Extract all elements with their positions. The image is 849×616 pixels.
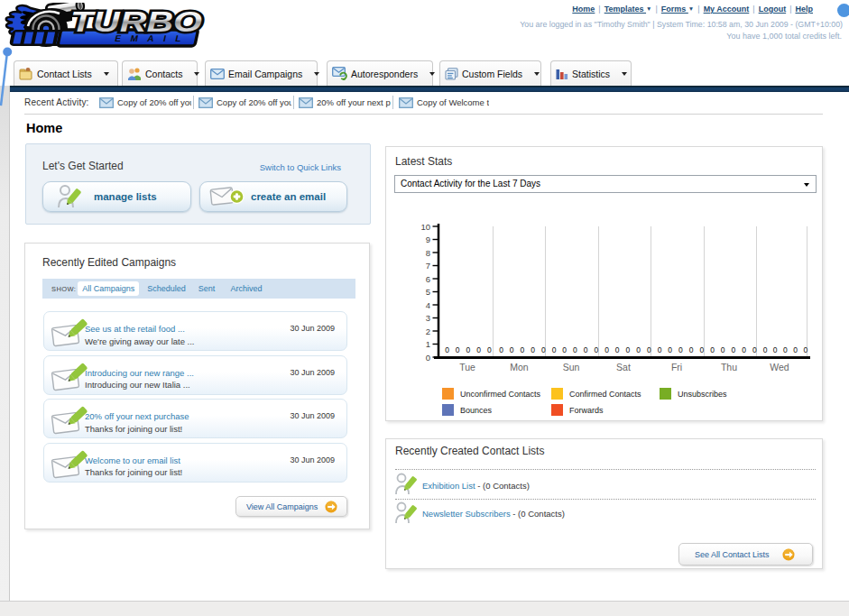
svg-text:Tue: Tue (459, 362, 475, 372)
svg-text:0: 0 (604, 345, 609, 354)
svg-text:0: 0 (721, 345, 725, 354)
svg-text:0: 0 (445, 345, 449, 354)
svg-text:0: 0 (456, 345, 460, 354)
svg-text:0: 0 (594, 345, 598, 354)
svg-text:0: 0 (678, 345, 683, 354)
svg-text:0: 0 (476, 345, 481, 354)
svg-text:0: 0 (426, 353, 430, 363)
svg-text:0: 0 (742, 345, 746, 354)
svg-text:0: 0 (541, 345, 546, 354)
svg-text:0: 0 (573, 345, 577, 354)
svg-text:6: 6 (426, 274, 430, 284)
svg-text:0: 0 (636, 345, 641, 354)
svg-text:0: 0 (699, 345, 704, 354)
svg-text:0: 0 (521, 345, 525, 354)
svg-text:0: 0 (752, 345, 757, 354)
svg-text:10: 10 (420, 222, 430, 232)
svg-text:7: 7 (426, 261, 430, 271)
svg-text:0: 0 (487, 345, 492, 354)
svg-text:0: 0 (763, 345, 768, 354)
svg-text:0: 0 (510, 345, 514, 354)
svg-text:0: 0 (466, 345, 471, 354)
svg-text:0: 0 (783, 345, 788, 354)
svg-text:0: 0 (668, 345, 672, 354)
svg-text:8: 8 (426, 248, 430, 258)
svg-text:TURBO: TURBO (70, 6, 202, 38)
svg-text:Sat: Sat (616, 362, 631, 372)
svg-text:Thu: Thu (721, 362, 737, 372)
svg-text:0: 0 (531, 345, 535, 354)
svg-text:0: 0 (626, 345, 631, 354)
svg-text:Mon: Mon (510, 362, 529, 372)
svg-text:0: 0 (615, 345, 620, 354)
svg-text:0: 0 (793, 345, 798, 354)
svg-text:2: 2 (426, 326, 430, 336)
svg-text:0: 0 (562, 345, 567, 354)
svg-text:9: 9 (426, 234, 430, 244)
svg-text:0: 0 (552, 345, 557, 354)
svg-text:Wed: Wed (770, 362, 789, 372)
svg-text:0: 0 (773, 345, 778, 354)
svg-text:Sun: Sun (563, 362, 580, 372)
svg-text:0: 0 (732, 345, 736, 354)
svg-text:3: 3 (426, 313, 430, 323)
svg-text:5: 5 (426, 287, 430, 297)
svg-text:0: 0 (584, 345, 588, 354)
svg-text:1: 1 (426, 339, 430, 349)
svg-text:0: 0 (803, 345, 807, 354)
svg-text:4: 4 (426, 300, 430, 310)
svg-text:0: 0 (658, 345, 662, 354)
svg-text:0: 0 (710, 345, 715, 354)
svg-text:0: 0 (647, 345, 651, 354)
svg-text:0: 0 (499, 345, 503, 354)
svg-text:Fri: Fri (671, 362, 682, 372)
svg-text:0: 0 (689, 345, 694, 354)
